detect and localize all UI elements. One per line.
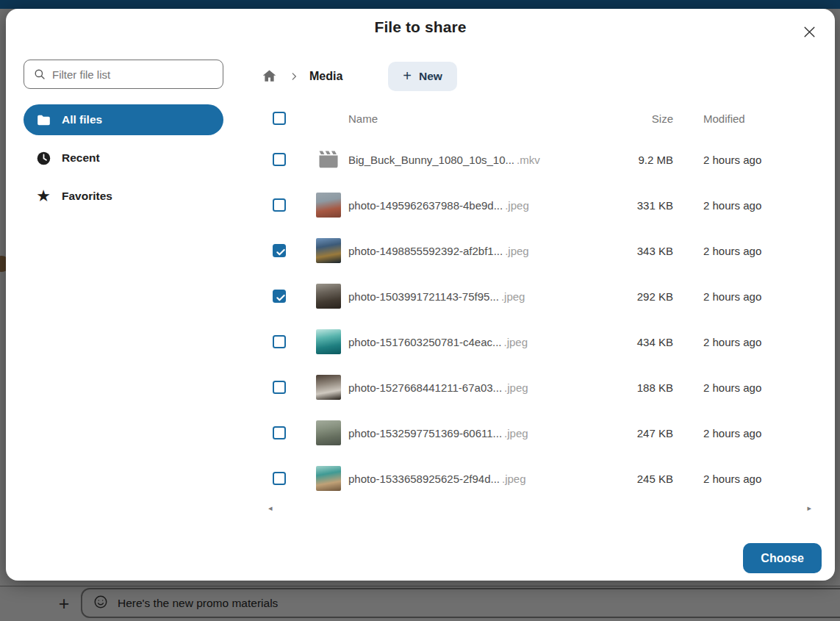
file-name: photo-1503991721143-75f95....jpeg xyxy=(348,290,600,303)
file-table-header: Name Size Modified xyxy=(261,100,814,137)
file-modified: 2 hours ago xyxy=(699,473,814,485)
video-clapperboard-icon xyxy=(317,148,340,171)
file-modified: 2 hours ago xyxy=(699,381,814,394)
file-size: 247 KB xyxy=(600,427,673,439)
row-checkbox[interactable] xyxy=(273,426,286,439)
file-size: 292 KB xyxy=(600,290,673,303)
breadcrumb-home[interactable] xyxy=(261,68,277,85)
file-row[interactable]: photo-1517603250781-c4eac....jpeg 434 KB… xyxy=(261,319,814,365)
file-size: 343 KB xyxy=(600,245,673,257)
file-thumbnail xyxy=(316,420,341,445)
breadcrumb-current-folder[interactable]: Media xyxy=(309,70,342,83)
file-size: 434 KB xyxy=(600,336,673,348)
file-thumbnail xyxy=(316,284,341,309)
horizontal-scroll-indicators: ◂ ▸ xyxy=(261,501,814,512)
file-picker-dialog: File to share All files xyxy=(6,9,835,581)
file-modified: 2 hours ago xyxy=(699,154,814,166)
sidebar-item-label: Recent xyxy=(62,151,100,165)
file-row[interactable]: photo-1503991721143-75f95....jpeg 292 KB… xyxy=(261,273,814,319)
file-thumbnail xyxy=(316,329,341,354)
file-modified: 2 hours ago xyxy=(699,245,814,257)
sidebar-item-favorites[interactable]: ★ Favorites xyxy=(24,181,223,212)
file-row[interactable]: photo-1498855592392-af2bf1....jpeg 343 K… xyxy=(261,228,814,273)
row-checkbox[interactable] xyxy=(273,153,286,166)
row-checkbox[interactable] xyxy=(273,472,286,485)
select-all-checkbox[interactable] xyxy=(273,112,286,125)
filter-file-list-input[interactable] xyxy=(24,60,223,89)
sidebar-item-label: All files xyxy=(62,113,102,126)
folder-icon xyxy=(35,112,51,128)
file-modified: 2 hours ago xyxy=(699,427,814,439)
file-name: photo-1533658925625-2f94d....jpeg xyxy=(348,473,600,485)
dialog-main: Media + New Name Size Modified xyxy=(261,62,823,512)
chevron-right-icon xyxy=(289,71,299,82)
file-list: Big_Buck_Bunny_1080_10s_10....mkv 9.2 MB… xyxy=(261,137,823,501)
file-name: photo-1517603250781-c4eac....jpeg xyxy=(348,336,600,348)
file-modified: 2 hours ago xyxy=(699,199,814,212)
file-name: photo-1532597751369-60611....jpeg xyxy=(348,427,600,439)
row-checkbox[interactable] xyxy=(273,290,286,303)
new-button-label: New xyxy=(419,70,442,83)
app-header-bar xyxy=(0,0,840,9)
file-row[interactable]: Big_Buck_Bunny_1080_10s_10....mkv 9.2 MB… xyxy=(261,137,814,182)
file-modified: 2 hours ago xyxy=(699,290,814,303)
row-checkbox[interactable] xyxy=(273,335,286,348)
file-table: Name Size Modified Big_Buck_Bunny_1080_1… xyxy=(261,100,823,512)
close-button[interactable] xyxy=(797,19,822,44)
file-row[interactable]: photo-1527668441211-67a03....jpeg 188 KB… xyxy=(261,365,814,410)
column-header-size[interactable]: Size xyxy=(600,112,673,125)
clock-icon xyxy=(35,150,51,166)
sidebar-item-recent[interactable]: Recent xyxy=(24,143,223,173)
file-size: 331 KB xyxy=(600,199,673,212)
scroll-left-icon[interactable]: ◂ xyxy=(268,504,273,512)
file-row[interactable]: photo-1532597751369-60611....jpeg 247 KB… xyxy=(261,410,814,456)
dialog-sidebar: All files Recent ★ Favorites xyxy=(24,60,223,219)
close-icon xyxy=(797,25,822,39)
file-thumbnail xyxy=(316,375,341,400)
file-name: photo-1527668441211-67a03....jpeg xyxy=(348,381,600,394)
file-size: 9.2 MB xyxy=(600,154,673,166)
sidebar-item-all-files[interactable]: All files xyxy=(24,104,223,135)
file-size: 188 KB xyxy=(600,381,673,394)
row-checkbox[interactable] xyxy=(273,244,286,257)
file-name: Big_Buck_Bunny_1080_10s_10....mkv xyxy=(348,154,600,166)
dialog-title: File to share xyxy=(6,18,835,36)
plus-icon: + xyxy=(403,68,412,83)
row-checkbox[interactable] xyxy=(273,198,286,212)
file-row[interactable]: photo-1495962637988-4be9d....jpeg 331 KB… xyxy=(261,182,814,228)
file-thumbnail xyxy=(316,466,341,491)
choose-button[interactable]: Choose xyxy=(743,543,822,573)
breadcrumb: Media + New xyxy=(261,62,823,91)
home-icon xyxy=(262,75,277,86)
file-thumbnail xyxy=(316,193,341,218)
file-row[interactable]: photo-1533658925625-2f94d....jpeg 245 KB… xyxy=(261,456,814,501)
row-checkbox[interactable] xyxy=(273,381,286,394)
sidebar-item-label: Favorites xyxy=(62,190,112,203)
file-name: photo-1495962637988-4be9d....jpeg xyxy=(348,199,600,212)
column-header-name[interactable]: Name xyxy=(348,112,600,125)
file-modified: 2 hours ago xyxy=(699,336,814,348)
scroll-right-icon[interactable]: ▸ xyxy=(807,504,811,512)
new-button[interactable]: + New xyxy=(388,62,457,91)
file-thumbnail xyxy=(316,147,341,172)
file-thumbnail xyxy=(316,238,341,263)
column-header-modified[interactable]: Modified xyxy=(699,112,814,125)
file-size: 245 KB xyxy=(600,473,673,485)
file-name: photo-1498855592392-af2bf1....jpeg xyxy=(348,245,600,257)
star-icon: ★ xyxy=(35,188,51,204)
